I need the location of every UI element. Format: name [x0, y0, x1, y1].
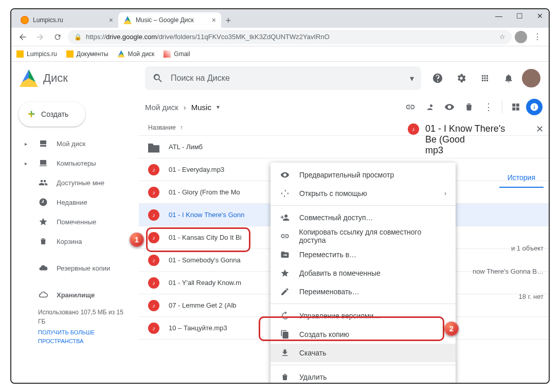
dropdown-icon[interactable]: ▾: [216, 103, 220, 111]
menu-make-copy[interactable]: Создать копию: [270, 325, 456, 344]
star-icon: [38, 217, 48, 227]
more-button[interactable]: ⋮: [479, 98, 498, 116]
drive-icon: [38, 138, 48, 149]
address-bar[interactable]: 🔒 https://drive.google.com/drive/folders…: [68, 30, 512, 44]
back-button[interactable]: [15, 30, 30, 44]
sort-arrow-icon: ↑: [180, 124, 183, 131]
grid-view-button[interactable]: [507, 98, 525, 116]
reload-button[interactable]: [50, 30, 65, 44]
breadcrumb: Мой диск › Music ▾: [145, 103, 220, 112]
browser-tab[interactable]: Lumpics.ru ×: [15, 12, 118, 28]
annotation-badge: 1: [130, 233, 144, 247]
clock-icon: [38, 197, 48, 207]
forward-button[interactable]: [33, 30, 47, 44]
drive-logo[interactable]: Диск: [20, 69, 139, 87]
plus-icon: +: [28, 107, 35, 121]
menu-move-to[interactable]: Переместить в…: [270, 245, 456, 264]
storage-upgrade-link[interactable]: ПОЛУЧИТЬ БОЛЬШЕ ПРОСТРАНСТВА: [38, 328, 131, 345]
audio-icon: ♪: [148, 209, 159, 221]
link-icon: [280, 231, 290, 241]
chevron-right-icon: ›: [444, 190, 446, 197]
tab-history[interactable]: История: [499, 168, 544, 188]
menu-preview[interactable]: Предварительный просмотр: [270, 166, 456, 184]
menu-rename[interactable]: Переименовать…: [270, 282, 456, 301]
sidebar-item-trash[interactable]: Корзина: [15, 231, 139, 251]
breadcrumb-current[interactable]: Music: [191, 103, 211, 112]
bookmark-star-icon[interactable]: ☆: [499, 33, 505, 41]
share-button[interactable]: [421, 98, 439, 116]
account-avatar[interactable]: [522, 69, 540, 87]
annotation-badge: 2: [444, 322, 459, 336]
menu-download[interactable]: Скачать: [270, 344, 456, 362]
people-icon: [38, 177, 48, 188]
sidebar-item-recent[interactable]: Недавние: [15, 192, 139, 212]
sidebar-item-shared[interactable]: Доступные мне: [15, 173, 139, 192]
tab-title: Music – Google Диск: [136, 16, 194, 24]
notifications-button[interactable]: [498, 68, 519, 88]
menu-versions[interactable]: Управление версиями…: [270, 307, 456, 325]
close-icon[interactable]: ✕: [536, 123, 544, 135]
audio-icon: ♪: [148, 255, 159, 266]
dropdown-icon[interactable]: ▾: [410, 74, 414, 83]
maximize-button[interactable]: ☐: [515, 11, 524, 21]
close-icon[interactable]: ×: [212, 16, 216, 24]
breadcrumb-root[interactable]: Мой диск: [145, 103, 178, 112]
url-bar: 🔒 https://drive.google.com/drive/folders…: [11, 28, 549, 46]
search-placeholder: Поиск на Диске: [171, 74, 230, 83]
sidebar-item-computers[interactable]: ▸Компьютеры: [15, 153, 139, 173]
sidebar: + Создать ▸Мой диск ▸Компьютеры Доступны…: [11, 95, 139, 383]
new-tab-button[interactable]: +: [221, 13, 236, 28]
profile-avatar[interactable]: [515, 31, 527, 43]
trash-icon: [280, 372, 290, 382]
bookmark-item[interactable]: Gmail: [164, 50, 190, 58]
open-with-icon: [280, 188, 290, 199]
chevron-right-icon: ›: [184, 103, 186, 112]
folder-icon: [16, 50, 24, 58]
sidebar-item-mydrive[interactable]: ▸Мой диск: [15, 134, 139, 153]
help-button[interactable]: [427, 68, 448, 88]
favicon: [123, 16, 132, 24]
delete-button[interactable]: [460, 98, 478, 116]
create-button[interactable]: + Создать: [19, 102, 85, 127]
minimize-button[interactable]: —: [494, 11, 503, 21]
menu-delete[interactable]: Удалить: [270, 368, 456, 384]
folder-icon: [148, 141, 159, 153]
details-filename: 01 - I Know There's Be (Good mp3: [425, 123, 530, 156]
url-protocol: https://: [86, 33, 106, 41]
link-button[interactable]: [401, 98, 420, 116]
audio-icon: ♪: [148, 277, 159, 289]
bookmark-item[interactable]: Документы: [66, 50, 109, 58]
menu-copy-link[interactable]: Копировать ссылку для совместного доступ…: [270, 227, 456, 245]
sidebar-item-backups[interactable]: Резервные копии: [15, 258, 139, 278]
audio-icon: ♪: [148, 232, 159, 243]
computer-icon: [38, 158, 48, 168]
favicon: [21, 16, 29, 24]
folder-icon: [66, 50, 74, 58]
sidebar-item-starred[interactable]: Помеченные: [15, 212, 139, 231]
chrome-menu-button[interactable]: ⋮: [530, 30, 545, 44]
person-add-icon: [280, 212, 290, 223]
close-icon[interactable]: ×: [109, 16, 113, 24]
menu-star[interactable]: Добавить в помеченные: [270, 264, 456, 282]
browser-tab[interactable]: Music – Google Диск ×: [118, 12, 221, 28]
url-host: drive.google.com: [106, 33, 157, 41]
sidebar-item-storage[interactable]: Хранилище: [15, 285, 139, 305]
menu-open-with[interactable]: Открыть с помощью›: [270, 184, 456, 203]
search-input[interactable]: Поиск на Диске ▾: [145, 66, 421, 90]
settings-button[interactable]: [451, 68, 472, 88]
audio-icon: ♪: [148, 300, 159, 311]
url-path: /drive/folders/11qFKVco35MK_tkK3ZdQUNTWz…: [157, 33, 330, 41]
info-button[interactable]: [526, 99, 543, 115]
bookmark-item[interactable]: Lumpics.ru: [16, 50, 57, 58]
audio-icon: ♪: [148, 323, 159, 334]
edit-icon: [280, 287, 290, 297]
apps-button[interactable]: [475, 68, 495, 88]
drive-title: Диск: [43, 72, 68, 85]
history-icon: [280, 311, 290, 321]
close-button[interactable]: ✕: [535, 11, 545, 21]
bookmark-item[interactable]: Мой диск: [118, 50, 155, 58]
menu-share[interactable]: Совместный доступ…: [270, 208, 456, 227]
lock-icon: 🔒: [74, 33, 82, 41]
preview-button[interactable]: [440, 98, 459, 116]
folder-move-icon: [280, 250, 290, 260]
